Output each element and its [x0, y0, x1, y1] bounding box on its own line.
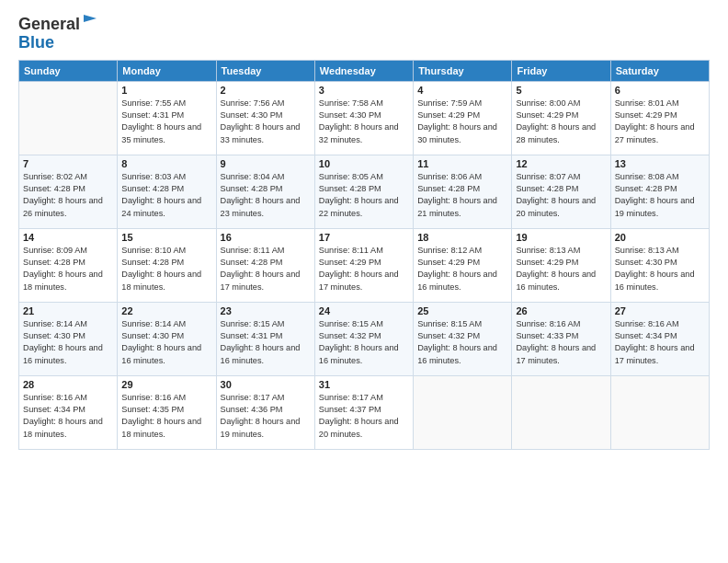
- day-info: Sunrise: 8:14 AMSunset: 4:30 PMDaylight:…: [121, 318, 211, 367]
- day-info: Sunrise: 8:03 AMSunset: 4:28 PMDaylight:…: [121, 171, 211, 220]
- day-cell: 5Sunrise: 8:00 AMSunset: 4:29 PMDaylight…: [512, 81, 610, 155]
- day-info: Sunrise: 8:16 AMSunset: 4:34 PMDaylight:…: [23, 392, 113, 441]
- day-cell: [610, 375, 709, 449]
- day-info: Sunrise: 7:56 AMSunset: 4:30 PMDaylight:…: [221, 98, 311, 146]
- day-number: 7: [23, 158, 113, 169]
- day-number: 19: [516, 232, 606, 243]
- day-number: 27: [615, 305, 705, 316]
- day-cell: 13Sunrise: 8:08 AMSunset: 4:28 PMDayligh…: [610, 155, 709, 228]
- day-number: 12: [516, 158, 606, 169]
- day-cell: 12Sunrise: 8:07 AMSunset: 4:28 PMDayligh…: [512, 155, 610, 228]
- day-info: Sunrise: 8:13 AMSunset: 4:29 PMDaylight:…: [516, 245, 606, 293]
- day-cell: 22Sunrise: 8:14 AMSunset: 4:30 PMDayligh…: [118, 302, 216, 375]
- day-info: Sunrise: 8:07 AMSunset: 4:28 PMDaylight:…: [516, 171, 606, 220]
- weekday-header-monday: Monday: [118, 60, 216, 81]
- header: General Blue: [18, 15, 710, 52]
- day-cell: 27Sunrise: 8:16 AMSunset: 4:34 PMDayligh…: [610, 302, 709, 375]
- day-cell: [414, 375, 512, 449]
- day-cell: 26Sunrise: 8:16 AMSunset: 4:33 PMDayligh…: [512, 302, 610, 375]
- day-number: 8: [121, 158, 211, 169]
- day-number: 16: [221, 232, 311, 243]
- day-cell: 6Sunrise: 8:01 AMSunset: 4:29 PMDaylight…: [610, 81, 709, 155]
- day-number: 4: [417, 85, 507, 96]
- logo: General Blue: [18, 15, 98, 52]
- day-cell: 28Sunrise: 8:16 AMSunset: 4:34 PMDayligh…: [19, 375, 118, 449]
- day-cell: 20Sunrise: 8:13 AMSunset: 4:30 PMDayligh…: [610, 228, 709, 302]
- day-cell: 21Sunrise: 8:14 AMSunset: 4:30 PMDayligh…: [19, 302, 118, 375]
- day-cell: 7Sunrise: 8:02 AMSunset: 4:28 PMDaylight…: [19, 155, 118, 228]
- day-cell: 24Sunrise: 8:15 AMSunset: 4:32 PMDayligh…: [314, 302, 413, 375]
- day-info: Sunrise: 8:13 AMSunset: 4:30 PMDaylight:…: [615, 245, 705, 293]
- week-row-3: 14Sunrise: 8:09 AMSunset: 4:28 PMDayligh…: [19, 228, 710, 302]
- day-cell: 25Sunrise: 8:15 AMSunset: 4:32 PMDayligh…: [414, 302, 512, 375]
- day-info: Sunrise: 8:01 AMSunset: 4:29 PMDaylight:…: [615, 98, 705, 146]
- day-number: 20: [615, 232, 705, 243]
- day-cell: 14Sunrise: 8:09 AMSunset: 4:28 PMDayligh…: [19, 228, 118, 302]
- weekday-header-wednesday: Wednesday: [314, 60, 413, 81]
- day-info: Sunrise: 8:05 AMSunset: 4:28 PMDaylight:…: [319, 171, 409, 220]
- day-info: Sunrise: 8:16 AMSunset: 4:34 PMDaylight:…: [615, 318, 705, 367]
- day-info: Sunrise: 8:17 AMSunset: 4:36 PMDaylight:…: [221, 392, 311, 441]
- day-info: Sunrise: 8:16 AMSunset: 4:33 PMDaylight:…: [516, 318, 606, 367]
- day-number: 22: [121, 305, 211, 316]
- day-number: 10: [319, 158, 409, 169]
- day-cell: [512, 375, 610, 449]
- day-cell: 29Sunrise: 8:16 AMSunset: 4:35 PMDayligh…: [118, 375, 216, 449]
- day-cell: 23Sunrise: 8:15 AMSunset: 4:31 PMDayligh…: [216, 302, 314, 375]
- day-info: Sunrise: 8:00 AMSunset: 4:29 PMDaylight:…: [516, 98, 606, 146]
- day-number: 24: [319, 305, 409, 316]
- day-number: 25: [417, 305, 507, 316]
- week-row-4: 21Sunrise: 8:14 AMSunset: 4:30 PMDayligh…: [19, 302, 710, 375]
- day-number: 31: [319, 379, 409, 390]
- day-cell: 31Sunrise: 8:17 AMSunset: 4:37 PMDayligh…: [314, 375, 413, 449]
- logo-blue-text: Blue: [18, 33, 54, 52]
- weekday-header-thursday: Thursday: [414, 60, 512, 81]
- day-cell: 17Sunrise: 8:11 AMSunset: 4:29 PMDayligh…: [314, 228, 413, 302]
- day-info: Sunrise: 7:55 AMSunset: 4:31 PMDaylight:…: [121, 98, 211, 146]
- day-number: 30: [221, 379, 311, 390]
- day-info: Sunrise: 7:58 AMSunset: 4:30 PMDaylight:…: [319, 98, 409, 146]
- day-number: 28: [23, 379, 113, 390]
- page: General Blue SundayMondayTuesdayWednesda…: [0, 0, 728, 563]
- weekday-header-row: SundayMondayTuesdayWednesdayThursdayFrid…: [19, 60, 710, 81]
- day-number: 2: [221, 85, 311, 96]
- day-info: Sunrise: 8:09 AMSunset: 4:28 PMDaylight:…: [23, 245, 113, 293]
- day-cell: 2Sunrise: 7:56 AMSunset: 4:30 PMDaylight…: [216, 81, 314, 155]
- day-info: Sunrise: 8:08 AMSunset: 4:28 PMDaylight:…: [615, 171, 705, 220]
- day-info: Sunrise: 8:11 AMSunset: 4:28 PMDaylight:…: [221, 245, 311, 293]
- day-number: 23: [221, 305, 311, 316]
- day-info: Sunrise: 8:15 AMSunset: 4:31 PMDaylight:…: [221, 318, 311, 367]
- day-number: 18: [417, 232, 507, 243]
- weekday-header-tuesday: Tuesday: [216, 60, 314, 81]
- day-number: 1: [121, 85, 211, 96]
- day-number: 11: [417, 158, 507, 169]
- day-cell: 18Sunrise: 8:12 AMSunset: 4:29 PMDayligh…: [414, 228, 512, 302]
- week-row-5: 28Sunrise: 8:16 AMSunset: 4:34 PMDayligh…: [19, 375, 710, 449]
- day-cell: 4Sunrise: 7:59 AMSunset: 4:29 PMDaylight…: [414, 81, 512, 155]
- day-info: Sunrise: 8:15 AMSunset: 4:32 PMDaylight:…: [319, 318, 409, 367]
- day-info: Sunrise: 8:14 AMSunset: 4:30 PMDaylight:…: [23, 318, 113, 367]
- day-info: Sunrise: 8:06 AMSunset: 4:28 PMDaylight:…: [417, 171, 507, 220]
- day-cell: 11Sunrise: 8:06 AMSunset: 4:28 PMDayligh…: [414, 155, 512, 228]
- day-cell: 30Sunrise: 8:17 AMSunset: 4:36 PMDayligh…: [216, 375, 314, 449]
- day-info: Sunrise: 8:04 AMSunset: 4:28 PMDaylight:…: [221, 171, 311, 220]
- week-row-1: 1Sunrise: 7:55 AMSunset: 4:31 PMDaylight…: [19, 81, 710, 155]
- logo-flag-icon: [82, 13, 98, 29]
- day-number: 5: [516, 85, 606, 96]
- day-info: Sunrise: 7:59 AMSunset: 4:29 PMDaylight:…: [417, 98, 507, 146]
- day-cell: [19, 81, 118, 155]
- calendar-table: SundayMondayTuesdayWednesdayThursdayFrid…: [18, 60, 710, 450]
- day-info: Sunrise: 8:12 AMSunset: 4:29 PMDaylight:…: [417, 245, 507, 293]
- day-info: Sunrise: 8:15 AMSunset: 4:32 PMDaylight:…: [417, 318, 507, 367]
- day-cell: 8Sunrise: 8:03 AMSunset: 4:28 PMDaylight…: [118, 155, 216, 228]
- day-cell: 9Sunrise: 8:04 AMSunset: 4:28 PMDaylight…: [216, 155, 314, 228]
- day-number: 15: [121, 232, 211, 243]
- svg-marker-0: [84, 15, 97, 22]
- day-cell: 16Sunrise: 8:11 AMSunset: 4:28 PMDayligh…: [216, 228, 314, 302]
- day-cell: 1Sunrise: 7:55 AMSunset: 4:31 PMDaylight…: [118, 81, 216, 155]
- day-number: 3: [319, 85, 409, 96]
- day-number: 21: [23, 305, 113, 316]
- day-number: 9: [221, 158, 311, 169]
- day-number: 26: [516, 305, 606, 316]
- day-info: Sunrise: 8:17 AMSunset: 4:37 PMDaylight:…: [319, 392, 409, 441]
